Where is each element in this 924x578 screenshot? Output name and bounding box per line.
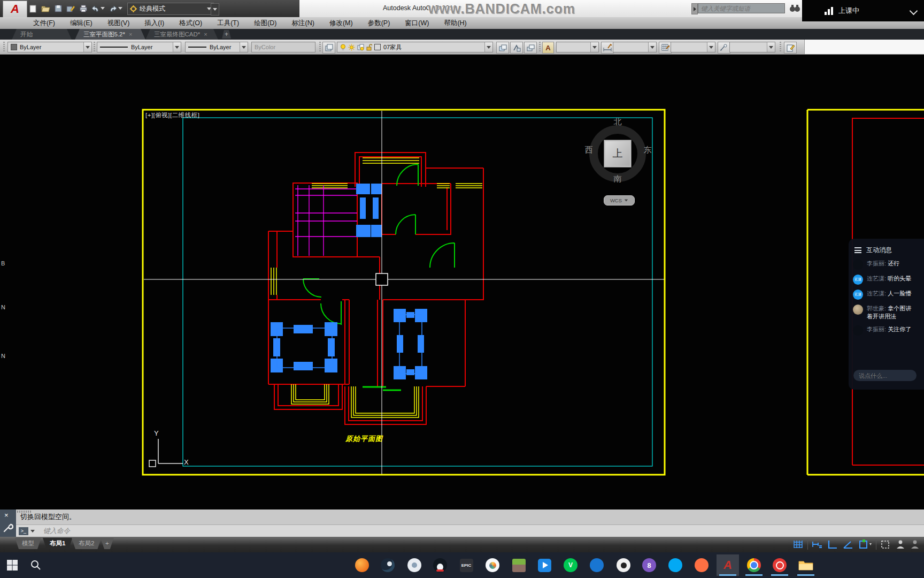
command-prompt-icon[interactable]: >_: [19, 527, 28, 535]
taskbar-app-qq[interactable]: [429, 554, 451, 576]
undo-icon[interactable]: [90, 4, 101, 13]
user-2-icon[interactable]: [909, 538, 921, 550]
dimension-snap-icon[interactable]: [811, 538, 823, 550]
menu-file[interactable]: 文件(F): [26, 17, 63, 29]
ortho-icon[interactable]: [826, 538, 839, 550]
command-input-row[interactable]: >_ 键入命令: [16, 524, 924, 537]
table-style-icon[interactable]: [659, 42, 672, 54]
layer-properties-icon[interactable]: [322, 42, 335, 54]
chat-input[interactable]: [853, 370, 917, 381]
polar-tracking-icon[interactable]: [842, 538, 854, 550]
new-file-icon[interactable]: [28, 4, 38, 13]
tab-layout1[interactable]: 布局1: [43, 538, 72, 549]
viewcube-west[interactable]: 西: [585, 145, 593, 155]
drawing-canvas[interactable]: [+][俯视][二维线框] B N N 原始平面图 Y X 上 北 西 东 南 …: [0, 55, 924, 509]
multileader-style-control[interactable]: [729, 42, 775, 52]
layer-color-swatch-icon[interactable]: [374, 44, 381, 50]
menu-edit[interactable]: 编辑(E): [63, 17, 100, 29]
close-tab-icon[interactable]: ×: [204, 31, 207, 37]
make-object-layer-current-icon[interactable]: [496, 42, 509, 54]
viewport-controls-label[interactable]: [+][俯视][二维线框]: [145, 111, 199, 119]
taskbar-app-messenger[interactable]: [664, 554, 687, 576]
linetype-control[interactable]: ByLayer: [97, 42, 181, 52]
command-input-placeholder[interactable]: 键入命令: [43, 527, 70, 536]
grid-icon[interactable]: [792, 538, 805, 550]
autocad-app-menu-button[interactable]: A: [3, 1, 27, 18]
taskbar-app-iqiyi[interactable]: V: [559, 554, 582, 576]
open-file-icon[interactable]: [41, 4, 51, 13]
new-layout-button[interactable]: +: [101, 538, 114, 549]
object-snap-icon[interactable]: [857, 538, 873, 550]
taskbar-app-netease-music[interactable]: [768, 554, 791, 576]
command-drag-grip[interactable]: [17, 511, 32, 513]
viewcube-east[interactable]: 东: [644, 145, 652, 155]
taskbar-app-minecraft[interactable]: [507, 554, 530, 576]
recent-commands-icon[interactable]: [30, 530, 35, 533]
layer-states-icon[interactable]: [524, 42, 537, 54]
taskbar-app-video-player[interactable]: [533, 554, 556, 576]
undo-dropdown-icon[interactable]: [101, 7, 105, 10]
plot-icon[interactable]: [78, 4, 88, 13]
close-tab-icon[interactable]: ×: [129, 31, 132, 37]
menu-draw[interactable]: 绘图(D): [247, 17, 284, 29]
taskbar-app-music-purple[interactable]: 8: [638, 554, 660, 576]
redo-icon[interactable]: [108, 4, 118, 13]
user-1-icon[interactable]: [895, 538, 906, 550]
taskbar-app-autocad[interactable]: A: [717, 554, 739, 576]
edit-attributes-icon[interactable]: [784, 42, 797, 54]
menu-help[interactable]: 帮助(H): [436, 17, 474, 29]
viewcube-north[interactable]: 北: [614, 117, 622, 127]
taskbar-search-button[interactable]: [25, 554, 47, 576]
layer-control[interactable]: 07家具: [337, 42, 493, 52]
menu-view[interactable]: 视图(V): [100, 17, 137, 29]
taskbar-app-music-yellow[interactable]: [481, 554, 504, 576]
multileader-style-icon[interactable]: [718, 42, 730, 54]
viewport-freeze-icon[interactable]: [357, 44, 364, 51]
tab-drawing-1[interactable]: 三室平面图5.2*×: [75, 29, 145, 40]
tab-model[interactable]: 模型: [15, 538, 41, 549]
viewcube-south[interactable]: 南: [614, 174, 622, 184]
text-style-control[interactable]: [556, 42, 599, 52]
wrench-icon[interactable]: [3, 522, 13, 533]
lightbulb-on-icon[interactable]: [340, 44, 346, 51]
qat-customize-button[interactable]: [211, 3, 219, 16]
dimension-style-control[interactable]: [613, 42, 657, 52]
taskbar-app-reading[interactable]: [403, 554, 426, 576]
new-drawing-tab-button[interactable]: +: [222, 30, 231, 39]
layer-previous-icon[interactable]: [510, 42, 523, 54]
save-as-icon[interactable]: [65, 4, 75, 13]
taskbar-app-orange[interactable]: [690, 554, 713, 576]
taskbar-app-firefox[interactable]: [351, 554, 373, 576]
save-icon[interactable]: [53, 4, 63, 13]
menu-dimension[interactable]: 标注(N): [284, 17, 322, 29]
menu-insert[interactable]: 插入(I): [137, 17, 172, 29]
menu-modify[interactable]: 修改(M): [322, 17, 360, 29]
tab-drawing-2[interactable]: 三室最终图CAD*×: [145, 29, 218, 40]
dimension-style-icon[interactable]: [601, 42, 614, 54]
redo-dropdown-icon[interactable]: [118, 7, 122, 10]
close-command-icon[interactable]: ×: [4, 511, 9, 519]
menu-format[interactable]: 格式(O): [172, 17, 210, 29]
table-style-control[interactable]: [671, 42, 715, 52]
chevron-down-icon[interactable]: [910, 6, 918, 15]
wcs-menu[interactable]: WCS: [604, 195, 635, 206]
selection-cycling-icon[interactable]: [879, 538, 892, 550]
search-binoculars-icon[interactable]: [789, 4, 801, 13]
lineweight-control[interactable]: ByLayer: [185, 42, 248, 52]
chat-menu-icon[interactable]: [854, 246, 861, 255]
search-history-button[interactable]: [691, 3, 698, 14]
menu-tools[interactable]: 工具(T): [210, 17, 247, 29]
taskbar-app-billiards[interactable]: [612, 554, 635, 576]
taskbar-file-explorer[interactable]: [795, 554, 817, 576]
workspace-switcher[interactable]: 经典模式: [127, 3, 214, 15]
tab-start[interactable]: 开始: [12, 29, 72, 40]
text-style-icon[interactable]: A: [542, 42, 554, 54]
unlock-icon[interactable]: [366, 44, 372, 51]
taskbar-app-chrome[interactable]: [743, 554, 765, 576]
sun-thaw-icon[interactable]: [348, 44, 355, 51]
tab-layout2[interactable]: 布局2: [72, 538, 101, 549]
color-control[interactable]: ByLayer: [7, 42, 92, 52]
menu-window[interactable]: 窗口(W): [397, 17, 436, 29]
taskbar-app-blue[interactable]: [586, 554, 608, 576]
taskbar-app-epic-games[interactable]: EPIC: [455, 554, 478, 576]
